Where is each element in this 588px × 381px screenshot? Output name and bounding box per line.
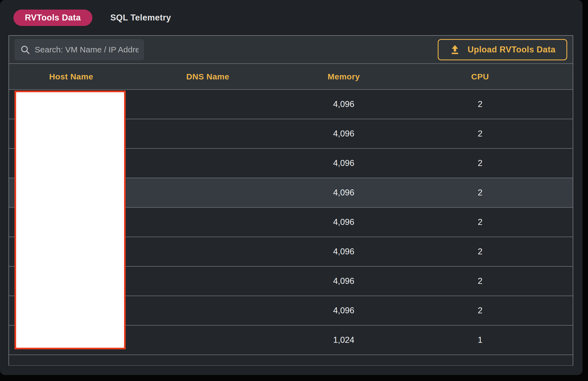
cell-memory: 4,096 xyxy=(282,129,405,139)
table-footer-spacer xyxy=(9,355,573,365)
tab-rvtools-data[interactable]: RVTools Data xyxy=(13,10,92,26)
search-input[interactable] xyxy=(35,45,139,54)
cell-cpu: 2 xyxy=(405,306,555,315)
cell-memory: 1,024 xyxy=(282,335,405,345)
column-header-cpu[interactable]: CPU xyxy=(405,72,555,81)
cell-memory: 4,096 xyxy=(282,276,405,286)
cell-memory: 4,096 xyxy=(282,217,405,227)
cell-memory: 4,096 xyxy=(282,306,405,315)
column-header-host-name[interactable]: Host Name xyxy=(9,72,133,81)
table-header-row: Host Name DNS Name Memory CPU xyxy=(9,63,573,89)
table-toolbar: Upload RVTools Data xyxy=(9,36,573,63)
search-icon xyxy=(20,44,30,55)
cell-cpu: 2 xyxy=(405,158,555,168)
column-header-dns-name[interactable]: DNS Name xyxy=(133,72,282,81)
cell-cpu: 2 xyxy=(405,217,555,227)
cell-memory: 4,096 xyxy=(282,188,405,198)
cell-cpu: 1 xyxy=(405,335,555,345)
upload-icon xyxy=(449,44,460,55)
cell-cpu: 2 xyxy=(405,276,555,286)
column-header-memory[interactable]: Memory xyxy=(282,72,405,81)
app-window: RVTools Data SQL Telemetry Upload RVTool… xyxy=(0,0,583,375)
cell-cpu: 2 xyxy=(405,129,555,139)
cell-cpu: 2 xyxy=(405,188,555,198)
upload-rvtools-button[interactable]: Upload RVTools Data xyxy=(438,39,567,60)
tab-sql-telemetry[interactable]: SQL Telemetry xyxy=(110,13,171,23)
tabs-bar: RVTools Data SQL Telemetry xyxy=(0,0,583,35)
upload-button-label: Upload RVTools Data xyxy=(468,45,555,55)
cell-memory: 4,096 xyxy=(282,158,405,168)
search-input-wrapper[interactable] xyxy=(14,39,144,60)
cell-memory: 4,096 xyxy=(282,247,405,257)
cell-cpu: 2 xyxy=(405,247,555,257)
cell-memory: 4,096 xyxy=(282,99,405,109)
cell-cpu: 2 xyxy=(405,99,555,109)
redaction-overlay xyxy=(14,91,126,349)
